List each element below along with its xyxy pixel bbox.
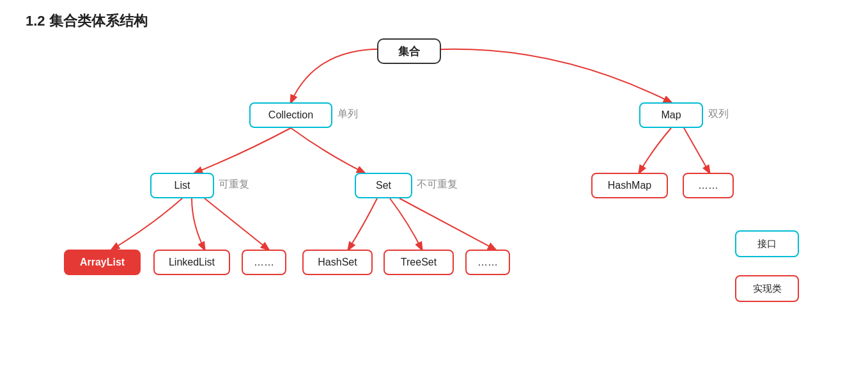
node-treeset: TreeSet: [384, 250, 454, 275]
node-root: 集合: [377, 38, 441, 64]
page: 1.2 集合类体系结构 集合: [0, 0, 868, 366]
node-list-more: ……: [242, 250, 286, 275]
label-bukechongfu: 不可重复: [417, 178, 458, 191]
label-shuanglie: 双列: [708, 107, 729, 121]
node-hashset: HashSet: [302, 250, 373, 275]
label-kechongfu: 可重复: [219, 178, 249, 191]
node-set-more: ……: [465, 250, 510, 275]
node-collection: Collection: [249, 102, 332, 128]
node-map: Map: [639, 102, 703, 128]
node-hashmap: HashMap: [591, 173, 668, 198]
node-map-more: ……: [683, 173, 734, 198]
node-set: Set: [355, 173, 412, 198]
label-danlie: 单列: [337, 107, 358, 121]
legend-impl: 实现类: [735, 275, 799, 302]
legend-interface: 接口: [735, 230, 799, 257]
node-linkedlist: LinkedList: [153, 250, 230, 275]
node-list: List: [150, 173, 214, 198]
node-arraylist: ArrayList: [64, 250, 141, 275]
